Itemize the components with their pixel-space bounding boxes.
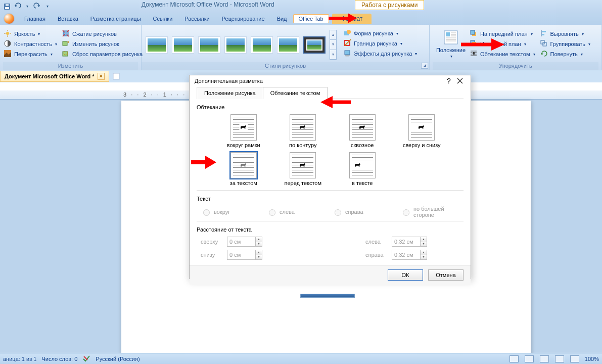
wrap-inline[interactable]: в тексте	[333, 152, 392, 186]
office-button[interactable]	[0, 13, 18, 25]
tab-review[interactable]: Рецензирование	[216, 14, 271, 23]
status-word-count[interactable]: Число слов: 0	[41, 356, 77, 362]
dialog-title: Дополнительная разметка	[195, 78, 263, 84]
dist-right-input	[392, 250, 420, 260]
picture-shape-button[interactable]: Форма рисунка▾	[343, 29, 418, 38]
bring-front-button[interactable]: На передний план▾	[469, 29, 536, 38]
wrap-front-label: перед текстом	[284, 180, 321, 186]
view-full-screen-icon[interactable]	[525, 355, 534, 362]
wrap-through[interactable]: сквозное	[333, 114, 392, 148]
tab-page-layout[interactable]: Разметка страницы	[84, 14, 147, 23]
save-icon[interactable]	[3, 3, 11, 11]
brightness-button[interactable]: Яркость▾	[3, 29, 58, 38]
wrap-tight-label: по контуру	[289, 142, 316, 148]
ok-button[interactable]: ОК	[388, 269, 423, 281]
chevron-down-icon: ▾	[38, 32, 40, 36]
style-thumb[interactable]	[198, 36, 220, 54]
close-icon[interactable]	[454, 75, 466, 86]
style-thumb[interactable]	[172, 36, 194, 54]
view-print-layout-icon[interactable]	[510, 355, 519, 362]
wrap-behind[interactable]: за текстом	[214, 152, 273, 186]
gallery-scroll[interactable]: ▴▾▾	[330, 30, 337, 60]
chevron-down-icon: ▾	[51, 52, 53, 57]
send-back-button[interactable]: На задний план▾	[469, 39, 536, 49]
view-web-layout-icon[interactable]	[540, 355, 549, 362]
recolor-button[interactable]: Перекрасить▾	[3, 50, 58, 59]
zoom-level[interactable]: 100%	[585, 356, 599, 362]
svg-rect-19	[446, 32, 450, 36]
group-picture-styles: ▴▾▾ Форма рисунка▾ Граница рисунка▾ Эффе…	[142, 25, 430, 70]
tab-mailings[interactable]: Рассылки	[178, 14, 215, 23]
view-outline-icon[interactable]	[555, 355, 564, 362]
status-language[interactable]: Русский (Россия)	[96, 356, 140, 362]
dist-top-spinner: ▲▼	[227, 237, 264, 247]
tab-view[interactable]: Вид	[271, 14, 293, 23]
position-button[interactable]: Положение ▾	[433, 26, 469, 62]
wrap-front[interactable]: перед текстом	[273, 152, 333, 186]
dist-right-spinner: ▲▼	[392, 250, 429, 260]
picture-border-button[interactable]: Граница рисунка▾	[343, 39, 418, 48]
wrap-section: Обтекание вокруг рамки по контуру сквозн…	[197, 102, 464, 186]
align-button[interactable]: Выровнять▾	[539, 29, 592, 38]
reset-picture-button[interactable]: Сброс параметров рисунка	[61, 50, 144, 59]
group-label: Группировать	[550, 41, 586, 47]
dialog-body: Положение рисунка Обтекание текстом Обте…	[190, 86, 471, 265]
text-wrap-button[interactable]: Обтекание текстом▾	[469, 50, 536, 59]
radio-largest: по большей стороне	[400, 206, 464, 218]
contrast-button[interactable]: Контрастность▾	[3, 39, 58, 49]
dist-bottom-spinner: ▲▼	[227, 250, 264, 260]
tab-home[interactable]: Главная	[18, 14, 52, 23]
rotate-button[interactable]: Повернуть▾	[539, 50, 592, 59]
document-tab-label: Документ Microsoft Office Word *	[5, 73, 95, 79]
view-draft-icon[interactable]	[570, 355, 579, 362]
compress-button[interactable]: Сжатие рисунков	[61, 29, 144, 38]
style-thumb-selected[interactable]	[303, 36, 326, 54]
new-tab-icon[interactable]	[112, 72, 120, 80]
undo-icon[interactable]	[13, 3, 21, 11]
change-picture-icon	[62, 40, 70, 48]
dist-left-input	[392, 237, 420, 247]
svg-rect-42	[113, 73, 119, 79]
change-picture-button[interactable]: Изменить рисунок	[61, 39, 144, 49]
wrap-square[interactable]: вокруг рамки	[214, 114, 273, 148]
group-arrange: Положение ▾ На передний план▾ На задний …	[430, 25, 602, 70]
status-page[interactable]: аница: 1 из 1	[3, 356, 36, 362]
style-thumb[interactable]	[224, 36, 247, 54]
dialog-launcher-icon[interactable]: ◢	[421, 63, 428, 69]
selected-object[interactable]	[300, 294, 355, 298]
style-thumb[interactable]	[146, 36, 168, 54]
ribbon: Яркость▾ Контрастность▾ Перекрасить▾ Сжа…	[0, 25, 602, 70]
cancel-button[interactable]: Отмена	[428, 269, 464, 281]
wrap-tight[interactable]: по контуру	[273, 114, 333, 148]
tab-format[interactable]: Формат	[332, 14, 372, 24]
status-bar: аница: 1 из 1 Число слов: 0 Русский (Рос…	[0, 353, 602, 364]
style-thumb[interactable]	[277, 36, 299, 54]
picture-effects-button[interactable]: Эффекты для рисунка▾	[343, 49, 418, 58]
document-tab[interactable]: Документ Microsoft Office Word * ×	[0, 71, 109, 82]
tab-office-tab[interactable]: Office Tab	[293, 14, 329, 23]
spellcheck-icon[interactable]	[82, 355, 90, 363]
redo-icon[interactable]	[33, 3, 41, 11]
ribbon-tabs: Главная Вставка Разметка страницы Ссылки…	[0, 13, 602, 25]
chevron-down-icon: ▾	[396, 31, 398, 36]
group-button[interactable]: Группировать▾	[539, 39, 592, 49]
spinner-buttons: ▲▼	[255, 237, 262, 247]
tab-text-wrapping[interactable]: Обтекание текстом	[263, 87, 328, 99]
tab-insert[interactable]: Вставка	[52, 14, 84, 23]
style-thumb[interactable]	[251, 36, 273, 54]
svg-rect-29	[472, 42, 476, 46]
svg-rect-16	[345, 51, 350, 55]
qat-customize-icon[interactable]: ▾	[43, 3, 52, 11]
wrap-topbottom[interactable]: сверху и снизу	[392, 114, 452, 148]
chevron-down-icon: ▾	[588, 42, 590, 47]
tab-references[interactable]: Ссылки	[147, 14, 179, 23]
wrap-inline-label: в тексте	[352, 180, 373, 186]
window-title: Документ Microsoft Office Word - Microso…	[142, 1, 274, 8]
wrap-text-radios: вокруг слева справа по большей стороне	[197, 204, 464, 220]
dropdown-icon[interactable]: ▾	[23, 3, 31, 11]
quick-access-toolbar: ▾ ▾	[0, 0, 602, 13]
tab-picture-position[interactable]: Положение рисунка	[197, 87, 263, 99]
styles-gallery[interactable]: ▴▾▾	[142, 25, 341, 62]
close-icon[interactable]: ×	[98, 73, 105, 80]
help-icon[interactable]: ?	[443, 75, 454, 86]
